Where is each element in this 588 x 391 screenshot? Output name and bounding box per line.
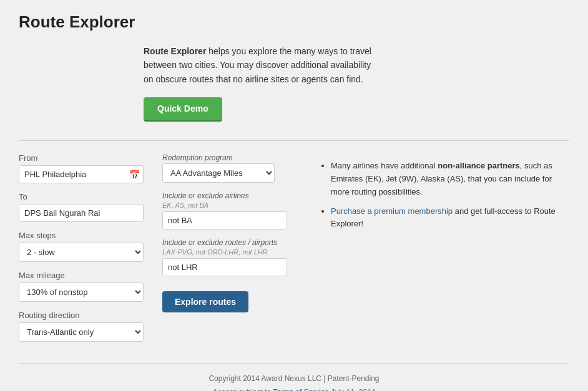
- main-section: From 📅 To Max stops 0 - nonstop 1 - fast…: [19, 153, 569, 350]
- to-label: To: [19, 192, 144, 201]
- routing-direction-select[interactable]: Any Trans-Atlantic only Trans-Pacific on…: [19, 322, 144, 342]
- footer-date: July 11, 2014: [329, 388, 376, 391]
- info-list: Many airlines have additional non-allian…: [318, 160, 569, 231]
- right-column: Many airlines have additional non-allian…: [306, 153, 569, 350]
- include-exclude-routes-input[interactable]: [162, 258, 287, 276]
- include-exclude-routes-hint: LAX-PVG, not ORD-LHR, not LHR: [162, 248, 287, 256]
- routing-direction-label: Routing direction: [19, 311, 144, 320]
- premium-membership-link[interactable]: Purchase a premium membership: [331, 206, 453, 216]
- max-mileage-select[interactable]: 100% of nonstop 110% of nonstop 120% of …: [19, 282, 144, 302]
- redemption-field-group: Redemption program AA Advantage Miles UA…: [162, 153, 287, 183]
- redemption-select[interactable]: AA Advantage Miles UA MileagePlus DL Sky…: [162, 163, 275, 183]
- include-exclude-airlines-field-group: Include or exclude airlines EK, AS, not …: [162, 191, 287, 229]
- max-stops-field-group: Max stops 0 - nonstop 1 - fast 2 - slow …: [19, 231, 144, 262]
- include-exclude-airlines-hint: EK, AS, not BA: [162, 201, 287, 209]
- top-section: Route Explorer helps you explore the man…: [19, 44, 569, 122]
- to-input[interactable]: [19, 204, 144, 222]
- max-stops-select[interactable]: 0 - nonstop 1 - fast 2 - slow 3 4 5: [19, 243, 144, 262]
- to-field-group: To: [19, 192, 144, 222]
- from-field-group: From 📅: [19, 153, 144, 183]
- redemption-label: Redemption program: [162, 153, 287, 162]
- footer: Copyright 2014 Award Nexus LLC | Patent-…: [19, 363, 569, 391]
- footer-line-1: Copyright 2014 Award Nexus LLC | Patent-…: [19, 372, 569, 386]
- max-mileage-label: Max mileage: [19, 271, 144, 280]
- info-list-item-2: Purchase a premium membership and get fu…: [331, 205, 569, 231]
- description-block: Route Explorer helps you explore the man…: [144, 44, 381, 122]
- include-exclude-routes-field-group: Include or exclude routes / airports LAX…: [162, 238, 287, 276]
- include-exclude-routes-label: Include or exclude routes / airports: [162, 238, 287, 247]
- page-title: Route Explorer: [19, 12, 569, 32]
- info-list-item-1: Many airlines have additional non-allian…: [331, 160, 569, 198]
- include-exclude-airlines-input[interactable]: [162, 211, 287, 229]
- left-column: From 📅 To Max stops 0 - nonstop 1 - fast…: [19, 153, 144, 350]
- terms-of-service-link[interactable]: Terms of Service: [273, 388, 328, 391]
- description-text: Route Explorer helps you explore the man…: [144, 44, 381, 86]
- max-mileage-field-group: Max mileage 100% of nonstop 110% of nons…: [19, 271, 144, 302]
- include-exclude-airlines-label: Include or exclude airlines: [162, 191, 287, 200]
- routing-direction-field-group: Routing direction Any Trans-Atlantic onl…: [19, 311, 144, 342]
- from-input-wrapper: 📅: [19, 165, 144, 183]
- section-divider: [19, 140, 569, 141]
- max-stops-label: Max stops: [19, 231, 144, 240]
- bullet1-bold: non-alliance partners: [438, 161, 519, 170]
- explore-routes-button[interactable]: Explore routes: [162, 291, 248, 312]
- description-app-name: Route Explorer: [144, 46, 206, 56]
- middle-column: Redemption program AA Advantage Miles UA…: [162, 153, 287, 350]
- from-label: From: [19, 153, 144, 163]
- footer-access-text: Access subject to: [213, 388, 273, 391]
- from-input[interactable]: [19, 165, 144, 183]
- bullet1-text: Many airlines have additional: [331, 161, 438, 170]
- quick-demo-button[interactable]: Quick Demo: [144, 97, 222, 122]
- footer-line-2: Access subject to Terms of Service July …: [19, 386, 569, 391]
